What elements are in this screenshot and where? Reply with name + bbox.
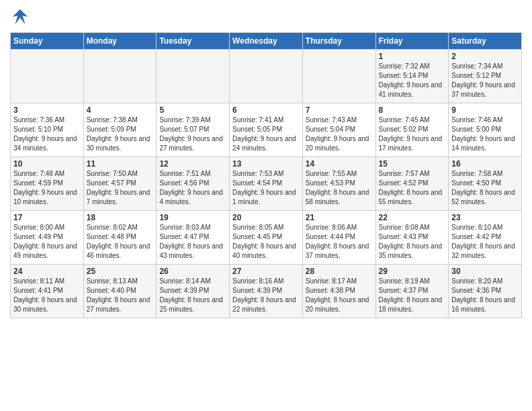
- col-header-friday: Friday: [375, 33, 449, 50]
- day-info: Sunrise: 7:55 AM Sunset: 4:53 PM Dayligh…: [306, 169, 373, 207]
- day-info: Sunrise: 8:20 AM Sunset: 4:36 PM Dayligh…: [451, 277, 519, 314]
- day-cell: 9Sunrise: 7:46 AM Sunset: 5:00 PM Daylig…: [449, 103, 522, 157]
- day-cell: 15Sunrise: 7:57 AM Sunset: 4:52 PM Dayli…: [375, 157, 449, 211]
- day-info: Sunrise: 7:58 AM Sunset: 4:50 PM Dayligh…: [451, 169, 519, 207]
- day-number: 21: [306, 213, 373, 222]
- week-row-2: 3Sunrise: 7:36 AM Sunset: 5:10 PM Daylig…: [11, 103, 522, 157]
- day-number: 16: [451, 159, 519, 169]
- col-header-wednesday: Wednesday: [230, 33, 303, 50]
- day-number: 15: [379, 159, 446, 169]
- day-info: Sunrise: 8:16 AM Sunset: 4:39 PM Dayligh…: [232, 277, 300, 314]
- day-cell: 8Sunrise: 7:45 AM Sunset: 5:02 PM Daylig…: [375, 103, 449, 157]
- day-number: 27: [232, 267, 300, 276]
- day-cell: 16Sunrise: 7:58 AM Sunset: 4:50 PM Dayli…: [449, 157, 522, 211]
- day-info: Sunrise: 7:32 AM Sunset: 5:14 PM Dayligh…: [379, 62, 446, 99]
- day-info: Sunrise: 7:34 AM Sunset: 5:12 PM Dayligh…: [451, 62, 519, 99]
- day-info: Sunrise: 8:17 AM Sunset: 4:38 PM Dayligh…: [306, 277, 373, 314]
- day-cell: 10Sunrise: 7:48 AM Sunset: 4:59 PM Dayli…: [11, 157, 84, 211]
- day-number: 3: [13, 105, 81, 115]
- calendar-header-row: SundayMondayTuesdayWednesdayThursdayFrid…: [11, 33, 522, 50]
- day-cell: 21Sunrise: 8:06 AM Sunset: 4:44 PM Dayli…: [302, 211, 375, 265]
- day-number: 1: [379, 52, 446, 61]
- day-cell: 7Sunrise: 7:43 AM Sunset: 5:04 PM Daylig…: [302, 103, 375, 157]
- day-info: Sunrise: 7:53 AM Sunset: 4:54 PM Dayligh…: [232, 169, 300, 207]
- week-row-3: 10Sunrise: 7:48 AM Sunset: 4:59 PM Dayli…: [11, 157, 522, 211]
- day-cell: 19Sunrise: 8:03 AM Sunset: 4:47 PM Dayli…: [157, 211, 230, 265]
- day-cell: 3Sunrise: 7:36 AM Sunset: 5:10 PM Daylig…: [11, 103, 84, 157]
- day-cell: 12Sunrise: 7:51 AM Sunset: 4:56 PM Dayli…: [157, 157, 230, 211]
- day-cell: [11, 50, 84, 103]
- day-cell: 27Sunrise: 8:16 AM Sunset: 4:39 PM Dayli…: [230, 265, 303, 318]
- day-cell: 25Sunrise: 8:13 AM Sunset: 4:40 PM Dayli…: [83, 265, 157, 318]
- day-number: 13: [232, 159, 300, 169]
- day-info: Sunrise: 8:03 AM Sunset: 4:47 PM Dayligh…: [159, 223, 226, 261]
- page-header: [10, 7, 522, 27]
- day-info: Sunrise: 7:48 AM Sunset: 4:59 PM Dayligh…: [13, 169, 81, 207]
- day-cell: [157, 50, 230, 103]
- day-cell: 29Sunrise: 8:19 AM Sunset: 4:37 PM Dayli…: [375, 265, 449, 318]
- day-number: 23: [451, 213, 519, 222]
- day-info: Sunrise: 8:11 AM Sunset: 4:41 PM Dayligh…: [13, 277, 81, 314]
- day-number: 22: [379, 213, 446, 222]
- col-header-monday: Monday: [83, 33, 157, 50]
- day-cell: 22Sunrise: 8:08 AM Sunset: 4:43 PM Dayli…: [375, 211, 449, 265]
- day-info: Sunrise: 8:13 AM Sunset: 4:40 PM Dayligh…: [87, 277, 154, 314]
- day-number: 4: [87, 105, 154, 115]
- day-info: Sunrise: 7:43 AM Sunset: 5:04 PM Dayligh…: [306, 116, 373, 153]
- day-number: 20: [232, 213, 300, 222]
- day-number: 26: [159, 267, 226, 276]
- day-number: 18: [87, 213, 154, 222]
- day-cell: 5Sunrise: 7:39 AM Sunset: 5:07 PM Daylig…: [157, 103, 230, 157]
- day-info: Sunrise: 7:50 AM Sunset: 4:57 PM Dayligh…: [87, 169, 154, 207]
- day-number: 17: [13, 213, 81, 222]
- day-number: 25: [87, 267, 154, 276]
- day-cell: 2Sunrise: 7:34 AM Sunset: 5:12 PM Daylig…: [449, 50, 522, 103]
- day-number: 10: [13, 159, 81, 169]
- day-cell: 30Sunrise: 8:20 AM Sunset: 4:36 PM Dayli…: [449, 265, 522, 318]
- day-number: 29: [379, 267, 446, 276]
- week-row-5: 24Sunrise: 8:11 AM Sunset: 4:41 PM Dayli…: [11, 265, 522, 318]
- day-info: Sunrise: 7:51 AM Sunset: 4:56 PM Dayligh…: [159, 169, 226, 207]
- day-info: Sunrise: 7:41 AM Sunset: 5:05 PM Dayligh…: [232, 116, 300, 153]
- day-cell: 13Sunrise: 7:53 AM Sunset: 4:54 PM Dayli…: [230, 157, 303, 211]
- day-info: Sunrise: 7:45 AM Sunset: 5:02 PM Dayligh…: [379, 116, 446, 153]
- day-info: Sunrise: 8:05 AM Sunset: 4:45 PM Dayligh…: [232, 223, 300, 261]
- day-cell: 1Sunrise: 7:32 AM Sunset: 5:14 PM Daylig…: [375, 50, 449, 103]
- day-info: Sunrise: 7:38 AM Sunset: 5:09 PM Dayligh…: [87, 116, 154, 153]
- day-number: 19: [159, 213, 226, 222]
- calendar-table: SundayMondayTuesdayWednesdayThursdayFrid…: [10, 32, 522, 318]
- day-number: 2: [451, 52, 519, 61]
- day-cell: 26Sunrise: 8:14 AM Sunset: 4:39 PM Dayli…: [157, 265, 230, 318]
- day-cell: 23Sunrise: 8:10 AM Sunset: 4:42 PM Dayli…: [449, 211, 522, 265]
- col-header-saturday: Saturday: [449, 33, 522, 50]
- day-number: 6: [232, 105, 300, 115]
- day-cell: 6Sunrise: 7:41 AM Sunset: 5:05 PM Daylig…: [230, 103, 303, 157]
- day-info: Sunrise: 8:19 AM Sunset: 4:37 PM Dayligh…: [379, 277, 446, 314]
- page-container: SundayMondayTuesdayWednesdayThursdayFrid…: [0, 0, 532, 325]
- day-info: Sunrise: 8:02 AM Sunset: 4:48 PM Dayligh…: [87, 223, 154, 261]
- svg-marker-0: [13, 9, 28, 25]
- day-cell: [83, 50, 157, 103]
- col-header-thursday: Thursday: [302, 33, 375, 50]
- day-number: 9: [451, 105, 519, 115]
- day-info: Sunrise: 8:00 AM Sunset: 4:49 PM Dayligh…: [13, 223, 81, 261]
- day-cell: 24Sunrise: 8:11 AM Sunset: 4:41 PM Dayli…: [11, 265, 84, 318]
- day-cell: [302, 50, 375, 103]
- day-info: Sunrise: 8:14 AM Sunset: 4:39 PM Dayligh…: [159, 277, 226, 314]
- day-info: Sunrise: 7:39 AM Sunset: 5:07 PM Dayligh…: [159, 116, 226, 153]
- day-info: Sunrise: 8:08 AM Sunset: 4:43 PM Dayligh…: [379, 223, 446, 261]
- day-cell: 28Sunrise: 8:17 AM Sunset: 4:38 PM Dayli…: [302, 265, 375, 318]
- day-number: 14: [306, 159, 373, 169]
- day-number: 11: [87, 159, 154, 169]
- day-cell: 14Sunrise: 7:55 AM Sunset: 4:53 PM Dayli…: [302, 157, 375, 211]
- day-number: 12: [159, 159, 226, 169]
- col-header-sunday: Sunday: [11, 33, 84, 50]
- day-info: Sunrise: 7:36 AM Sunset: 5:10 PM Dayligh…: [13, 116, 81, 153]
- day-cell: 11Sunrise: 7:50 AM Sunset: 4:57 PM Dayli…: [83, 157, 157, 211]
- col-header-tuesday: Tuesday: [157, 33, 230, 50]
- day-cell: [230, 50, 303, 103]
- day-number: 30: [451, 267, 519, 276]
- day-number: 5: [159, 105, 226, 115]
- logo: [10, 7, 33, 27]
- day-number: 28: [306, 267, 373, 276]
